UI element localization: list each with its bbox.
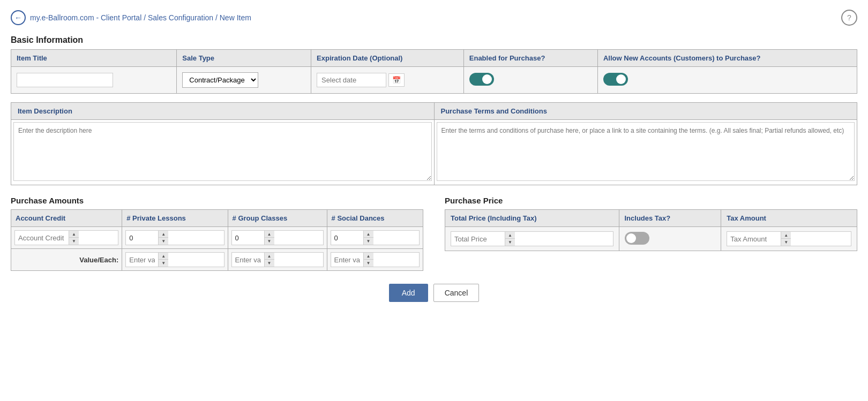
purchase-amounts-section: Purchase Amounts Account Credit # Privat… [11, 196, 423, 271]
total-price-input[interactable] [451, 233, 505, 245]
terms-cell: Purchase Terms and Conditions [435, 103, 857, 185]
description-body [11, 120, 434, 185]
add-button[interactable]: Add [389, 284, 428, 302]
item-title-input[interactable] [17, 73, 113, 87]
col-allow-new-accounts: Allow New Accounts (Customers) to Purcha… [597, 50, 857, 67]
pl-value-each-spinner: ▲ ▼ [125, 252, 224, 267]
col-group-classes: # Group Classes [228, 210, 327, 227]
gc-value-each-spinner: ▲ ▼ [231, 252, 324, 267]
col-total-price: Total Price (Including Tax) [445, 210, 619, 227]
social-dances-spinner: ▲ ▼ [331, 230, 420, 245]
purchase-price-section: Purchase Price Total Price (Including Ta… [445, 196, 857, 271]
col-social-dances: # Social Dances [327, 210, 423, 227]
basic-info-title: Basic Information [11, 35, 857, 45]
sd-value-each-up[interactable]: ▲ [364, 253, 373, 260]
gc-value-each-down[interactable]: ▼ [265, 260, 274, 267]
description-cell: Item Description [11, 103, 435, 185]
col-sale-type: Sale Type [177, 50, 311, 67]
sd-value-each-spinner: ▲ ▼ [331, 252, 420, 267]
account-credit-up[interactable]: ▲ [69, 231, 79, 238]
cancel-button[interactable]: Cancel [433, 284, 480, 302]
gc-value-each-input[interactable] [232, 254, 264, 266]
col-tax-amount: Tax Amount [721, 210, 857, 227]
purchase-price-table: Total Price (Including Tax) Includes Tax… [445, 209, 857, 251]
includes-tax-toggle[interactable] [625, 232, 649, 245]
help-button[interactable]: ? [841, 10, 857, 26]
private-lessons-spinner: ▲ ▼ [125, 230, 224, 245]
col-account-credit: Account Credit [11, 210, 122, 227]
social-dances-up[interactable]: ▲ [364, 231, 373, 238]
purchase-row: Purchase Amounts Account Credit # Privat… [11, 196, 857, 271]
description-header: Item Description [11, 103, 434, 120]
private-lessons-input[interactable] [126, 232, 158, 244]
tax-amount-up[interactable]: ▲ [781, 232, 791, 239]
private-lessons-down[interactable]: ▼ [159, 238, 168, 245]
col-includes-tax: Includes Tax? [619, 210, 721, 227]
terms-header: Purchase Terms and Conditions [435, 103, 857, 120]
total-price-down[interactable]: ▼ [505, 239, 515, 246]
basic-info-table: Item Title Sale Type Expiration Date (Op… [11, 49, 857, 94]
total-price-up[interactable]: ▲ [505, 232, 515, 239]
total-price-btns: ▲ ▼ [505, 232, 515, 246]
purchase-amounts-title: Purchase Amounts [11, 196, 423, 205]
expiration-date-input[interactable] [317, 73, 386, 87]
desc-terms-row: Item Description Purchase Terms and Cond… [11, 102, 857, 185]
sd-value-each-down[interactable]: ▼ [364, 260, 373, 267]
total-price-spinner: ▲ ▼ [451, 231, 613, 246]
tax-amount-btns: ▲ ▼ [781, 232, 791, 246]
account-credit-spinner-btns: ▲ ▼ [69, 231, 79, 245]
calendar-icon[interactable]: 📅 [388, 73, 405, 87]
allow-new-accounts-toggle[interactable] [603, 73, 628, 86]
col-enabled-purchase: Enabled for Purchase? [463, 50, 597, 67]
col-private-lessons: # Private Lessons [122, 210, 228, 227]
group-classes-btns: ▲ ▼ [264, 231, 274, 245]
social-dances-btns: ▲ ▼ [363, 231, 373, 245]
value-each-label: Value/Each: [11, 249, 122, 271]
group-classes-down[interactable]: ▼ [265, 238, 274, 245]
gc-value-each-up[interactable]: ▲ [265, 253, 274, 260]
group-classes-input[interactable] [232, 232, 264, 244]
account-credit-spinner: ▲ ▼ [14, 230, 118, 245]
social-dances-down[interactable]: ▼ [364, 238, 373, 245]
sd-value-each-input[interactable] [331, 254, 363, 266]
pl-value-each-down[interactable]: ▼ [159, 260, 168, 267]
terms-textarea[interactable] [437, 122, 855, 181]
pl-value-each-input[interactable] [126, 254, 158, 266]
social-dances-input[interactable] [331, 232, 363, 244]
gc-value-each-btns: ▲ ▼ [264, 253, 274, 267]
purchase-price-title: Purchase Price [445, 196, 857, 205]
sale-type-select[interactable]: Contract/Package Single Lesson Group Cla… [182, 72, 258, 88]
button-row: Add Cancel [11, 284, 857, 302]
tax-amount-down[interactable]: ▼ [781, 239, 791, 246]
date-input-wrap: 📅 [317, 73, 458, 87]
group-classes-spinner: ▲ ▼ [231, 230, 324, 245]
pl-value-each-btns: ▲ ▼ [158, 253, 168, 267]
account-credit-down[interactable]: ▼ [69, 238, 79, 245]
col-item-title: Item Title [11, 50, 177, 67]
private-lessons-btns: ▲ ▼ [158, 231, 168, 245]
breadcrumb-text: my.e-Ballroom.com - Client Portal / Sale… [30, 13, 251, 22]
tax-amount-spinner: ▲ ▼ [727, 231, 851, 246]
private-lessons-up[interactable]: ▲ [159, 231, 168, 238]
purchase-amounts-table: Account Credit # Private Lessons # Group… [11, 209, 423, 271]
pl-value-each-up[interactable]: ▲ [159, 253, 168, 260]
description-textarea[interactable] [13, 122, 432, 181]
account-credit-input[interactable] [15, 232, 69, 244]
col-expiration-date: Expiration Date (Optional) [311, 50, 464, 67]
terms-body [435, 120, 857, 185]
top-bar: ← my.e-Ballroom.com - Client Portal / Sa… [11, 5, 857, 30]
breadcrumb: ← my.e-Ballroom.com - Client Portal / Sa… [11, 10, 251, 25]
enabled-purchase-toggle[interactable] [469, 73, 494, 86]
back-button[interactable]: ← [11, 10, 26, 25]
sd-value-each-btns: ▲ ▼ [363, 253, 373, 267]
tax-amount-input[interactable] [727, 233, 781, 245]
group-classes-up[interactable]: ▲ [265, 231, 274, 238]
